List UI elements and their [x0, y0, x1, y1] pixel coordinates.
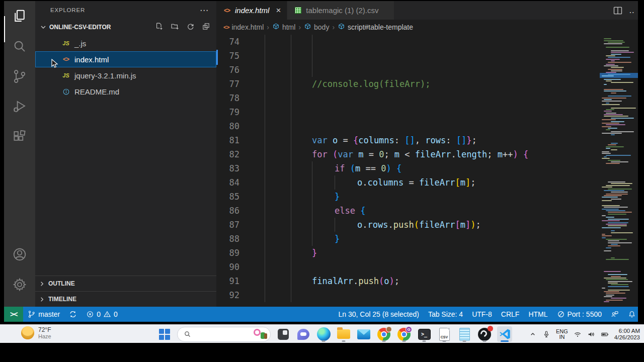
minimap-line [611, 284, 628, 285]
split-editor-icon[interactable] [613, 6, 623, 16]
code-line-91[interactable]: 91finalArr.push(o); [216, 274, 600, 288]
chrome-profile2-icon[interactable]: G [396, 326, 412, 342]
settings-gear-icon[interactable] [4, 269, 35, 300]
code-line-81[interactable]: 81var o = {columns: [], rows: []}; [216, 133, 600, 147]
code-line-76[interactable]: 76 [216, 63, 600, 77]
sidebar-section-timeline[interactable]: TIMELINE [35, 291, 216, 307]
file-item-README-md[interactable]: README.md [35, 83, 216, 100]
language-indicator[interactable]: ENG IN [556, 329, 568, 340]
feedback-item[interactable] [606, 307, 623, 322]
code-line-77[interactable]: 77//console.log(fileArr); [216, 77, 600, 91]
file-item-jquery-3-2-1-min-js[interactable]: JSjquery-3.2.1.min.js [35, 67, 216, 83]
running-indicator [403, 340, 406, 342]
file-item-index-html[interactable]: <>index.html [35, 51, 216, 67]
microphone-icon[interactable] [542, 330, 550, 338]
code-line-86[interactable]: 86else { [216, 204, 600, 218]
sidebar-section-outline[interactable]: OUTLINE [35, 276, 216, 291]
collapse-folders-icon[interactable] [202, 22, 210, 32]
explorer-icon[interactable] [4, 1, 35, 31]
editor-more-actions-icon[interactable]: ‥ [629, 6, 635, 15]
tab-index-html[interactable]: <>index.html× [216, 1, 287, 20]
extensions-icon[interactable] [4, 122, 35, 152]
minimap-line [602, 237, 606, 238]
tab-size[interactable]: Tab Size: 4 [424, 307, 467, 322]
problems-item[interactable]: 0 0 [82, 307, 122, 322]
battery-icon[interactable] [601, 330, 609, 338]
code-line-88[interactable]: 88} [216, 232, 600, 246]
project-folder-header[interactable]: ONLINE-CSV-EDITOR [35, 19, 216, 35]
edge-icon[interactable] [316, 326, 331, 342]
git-branch-item[interactable]: master [23, 307, 64, 322]
weather-condition: Haze [38, 333, 51, 339]
minimap-line [606, 217, 614, 218]
volume-icon[interactable] [587, 330, 595, 338]
weather-widget[interactable]: 72°F Haze [21, 326, 51, 339]
csv-file-icon[interactable]: CSV [437, 326, 452, 342]
file-item--js[interactable]: JS_.js [35, 35, 216, 51]
search-seasonal-graphic [253, 328, 268, 340]
language-mode[interactable]: HTML [524, 307, 552, 322]
code-line-74[interactable]: 74 [216, 35, 600, 49]
tray-chevron-up-icon[interactable] [529, 330, 537, 338]
accounts-icon[interactable] [4, 239, 35, 269]
close-tab-icon[interactable]: × [276, 6, 281, 16]
cursor-position[interactable]: Ln 30, Col 25 (8 selected) [334, 307, 424, 322]
indent-guide [312, 232, 312, 246]
search-icon[interactable] [4, 31, 35, 61]
notepad-icon[interactable] [457, 326, 472, 342]
tab-label: index.html [235, 6, 269, 15]
code-line-85[interactable]: 85} [216, 190, 600, 204]
code-line-75[interactable]: 75 [216, 49, 600, 63]
task-view-icon[interactable] [276, 326, 291, 342]
obs-icon[interactable] [477, 326, 492, 342]
code-line-79[interactable]: 79 [216, 105, 600, 119]
breadcrumb-item-script-table-template[interactable]: script#table-template [338, 23, 413, 32]
search-input[interactable] [177, 327, 271, 342]
code-line-83[interactable]: 83if (m == 0) { [216, 161, 600, 175]
new-folder-icon[interactable] [171, 22, 179, 32]
indent-guide [291, 133, 291, 147]
run-debug-icon[interactable] [4, 92, 35, 122]
code-editor[interactable]: 74757677//console.log(fileArr);78798081v… [216, 35, 600, 307]
code-line-92[interactable]: 92 [216, 288, 600, 302]
clock-widget[interactable]: 6:00 AM 4/26/2023 [614, 328, 640, 341]
live-server-port[interactable]: Port : 5500 [552, 307, 607, 322]
indent-guide [312, 35, 312, 49]
vscode-icon[interactable] [497, 326, 512, 342]
indent-guide [265, 260, 265, 274]
minimap-line [606, 109, 614, 110]
sidebar-more-actions-icon[interactable]: ⋯ [200, 5, 209, 16]
file-explorer-icon[interactable] [336, 326, 351, 342]
sync-item[interactable] [64, 307, 82, 322]
indent-guide [312, 161, 312, 175]
chat-icon[interactable] [296, 326, 311, 342]
wifi-icon[interactable] [574, 330, 582, 338]
refresh-icon[interactable] [186, 22, 195, 32]
start-button[interactable] [157, 326, 172, 342]
code-line-80[interactable]: 80 [216, 119, 600, 133]
encoding[interactable]: UTF-8 [467, 307, 497, 322]
chrome-profile1-icon[interactable] [376, 326, 391, 342]
indent-guide [291, 288, 291, 302]
code-line-84[interactable]: 84o.columns = fileArr[m]; [216, 175, 600, 190]
breadcrumb-item-body[interactable]: body [304, 23, 329, 32]
breadcrumb-item-html[interactable]: html [272, 23, 295, 32]
mail-icon[interactable] [356, 326, 371, 342]
indent-guide [265, 119, 265, 133]
tab-tablemagic-1-2-csv[interactable]: tablemagic (1) (2).csv [287, 1, 393, 20]
minimap[interactable] [600, 35, 638, 307]
code-line-78[interactable]: 78 [216, 91, 600, 105]
new-file-icon[interactable] [155, 22, 164, 32]
terminal-icon[interactable]: >_ [417, 326, 432, 342]
code-line-90[interactable]: 90 [216, 260, 600, 274]
source-control-icon[interactable] [4, 61, 35, 92]
code-line-89[interactable]: 89} [216, 246, 600, 260]
notifications-item[interactable] [623, 307, 638, 322]
code-line-82[interactable]: 82for (var m = 0; m < fileArr.length; m+… [216, 147, 600, 161]
eol-sequence[interactable]: CRLF [497, 307, 524, 322]
minimap-line [606, 185, 630, 186]
minimap-line [611, 93, 616, 94]
breadcrumb-item-index-html[interactable]: <>index.html [223, 23, 264, 31]
code-line-87[interactable]: 87o.rows.push(fileArr[m]); [216, 218, 600, 232]
remote-indicator[interactable]: >< [4, 307, 23, 322]
